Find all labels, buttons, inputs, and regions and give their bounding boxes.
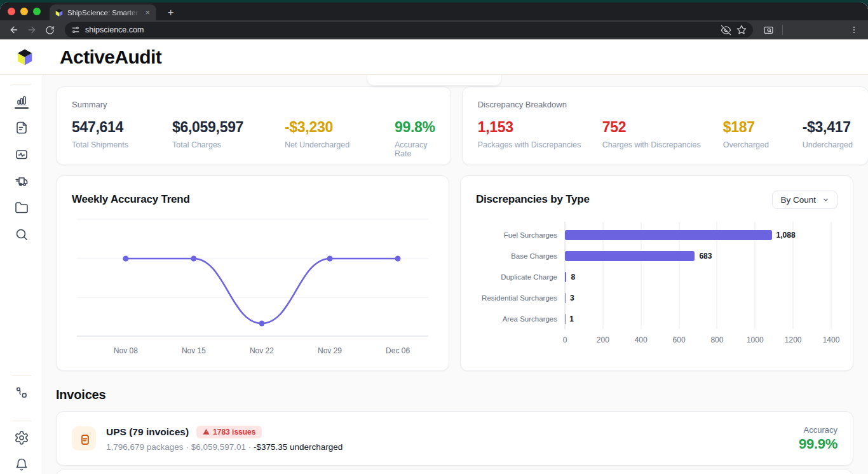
summary-title: Summary [72, 100, 435, 109]
bar-xticks: 0200400600800100012001400 [565, 329, 831, 347]
warning-triangle-icon [203, 428, 210, 435]
close-window-button[interactable] [8, 8, 15, 15]
sidebar [0, 75, 43, 474]
carrier-name: UPS (79 invoices) [106, 426, 189, 438]
line-x-label: Nov 29 [318, 346, 342, 355]
browser-tab[interactable]: ShipScience: Smarter Shippin × [50, 4, 156, 20]
new-tab-button[interactable]: + [164, 4, 177, 20]
discrepancy-bar-chart: Fuel Surcharges1,088Base Charges683Dupli… [476, 224, 837, 347]
app-header: ActiveAudit [0, 39, 868, 75]
line-x-label: Nov 15 [182, 346, 206, 355]
next-invoice-card-edge [56, 470, 853, 474]
page-title: ActiveAudit [60, 46, 161, 68]
accuracy-line-points [123, 255, 400, 326]
reload-icon[interactable] [42, 22, 57, 37]
tab-title: ShipScience: Smarter Shippin [67, 9, 140, 17]
sidebar-item-analytics[interactable] [14, 93, 29, 109]
issues-badge: 1783 issues [196, 426, 262, 438]
toolbar-divider [782, 25, 783, 35]
gear-icon [14, 430, 29, 445]
metric-undercharged: -$3,417 Undercharged [803, 119, 853, 149]
summary-card: Summary 547,614 Total Shipments $6,059,5… [56, 86, 451, 165]
back-icon[interactable] [6, 22, 22, 37]
sidebar-item-notifications[interactable] [14, 457, 29, 472]
chevron-down-icon [822, 196, 829, 203]
zoom-window-button[interactable] [33, 8, 41, 15]
accuracy-line-chart: Nov 08Nov 15Nov 22Nov 29Dec 06 [72, 214, 433, 359]
sidebar-item-monitoring[interactable] [14, 147, 29, 162]
metric-total-charges: $6,059,597 Total Charges [172, 119, 285, 158]
activeaudit-app: ActiveAudit [0, 39, 868, 474]
bar-row: Area Surcharges1 [476, 308, 837, 329]
tab-favicon-cube-icon [55, 8, 64, 17]
bar [565, 293, 566, 303]
sidebar-divider [12, 421, 31, 421]
browser-toolbar: shipscience.com [0, 20, 868, 39]
search-icon [14, 227, 29, 242]
minimize-window-button[interactable] [20, 8, 28, 15]
discrepancies-by-type-card: Discrepancies by Type By Count Fuel Surc… [460, 175, 853, 371]
url-bar[interactable]: shipscience.com [65, 22, 753, 37]
side-panel-search-icon[interactable] [761, 22, 776, 37]
discrepancy-title: Discrepancy Breakdown [478, 100, 853, 109]
sidebar-item-settings[interactable] [14, 430, 29, 445]
bar-x-tick: 600 [673, 335, 686, 344]
tune-icon[interactable] [71, 25, 80, 34]
active-indicator [15, 107, 29, 109]
bar-x-tick: 0 [563, 335, 567, 344]
eye-off-icon[interactable] [721, 25, 731, 36]
metric-net-undercharged: -$3,230 Net Undercharged [285, 119, 395, 158]
tab-strip: ShipScience: Smarter Shippin × + [0, 3, 868, 20]
line-x-label: Dec 06 [386, 346, 410, 355]
bar-row: Duplicate Charge8 [476, 266, 837, 287]
metric-charges-discrepancies: 752 Charges with Discrepancies [602, 119, 723, 149]
forward-icon[interactable] [24, 22, 39, 37]
activity-monitor-icon [14, 147, 29, 162]
window-controls [8, 3, 41, 20]
browser-window: ShipScience: Smarter Shippin × + shipsci… [0, 3, 868, 474]
bar-row: Fuel Surcharges1,088 [476, 224, 837, 245]
line-x-labels: Nov 08Nov 15Nov 22Nov 29Dec 06 [72, 346, 433, 359]
star-icon[interactable] [736, 25, 747, 35]
invoices-section-title: Invoices [56, 388, 853, 402]
metric-accuracy-rate: 99.8% Accuracy Rate [395, 119, 435, 158]
sidebar-item-routes[interactable] [14, 385, 29, 400]
bar-row: Residential Surcharges3 [476, 287, 837, 308]
bell-icon [14, 457, 29, 472]
invoice-stats: 1,796,679 packages · $6,059,597.01 · -$3… [106, 442, 799, 452]
bar-x-axis: 0200400600800100012001400 [476, 329, 837, 347]
bar-x-tick: 1200 [785, 335, 802, 344]
metric-total-shipments: 547,614 Total Shipments [72, 119, 172, 158]
tab-close-icon[interactable]: × [144, 8, 151, 17]
weekly-accuracy-trend-card: Weekly Accuracy Trend Nov 08 [56, 175, 449, 371]
discrepancy-breakdown-card: Discrepancy Breakdown 1,153 Packages wit… [462, 86, 868, 165]
sidebar-item-shipments[interactable] [14, 173, 29, 189]
invoice-document-icon [14, 120, 29, 135]
bar-x-tick: 400 [635, 335, 648, 344]
invoice-row-ups[interactable]: UPS (79 invoices) 1783 issues 1,796,679 … [56, 411, 853, 466]
bar [565, 272, 566, 282]
url-text[interactable]: shipscience.com [85, 25, 144, 34]
bar-x-tick: 800 [710, 335, 723, 344]
sidebar-item-invoices[interactable] [14, 120, 29, 135]
dashboard-content: Summary 547,614 Total Shipments $6,059,5… [43, 75, 868, 474]
header-notch [367, 75, 502, 86]
metric-packages-discrepancies: 1,153 Packages with Discrepancies [478, 119, 602, 149]
bar-x-tick: 200 [597, 335, 609, 344]
metric-overcharged: $187 Overcharged [723, 119, 803, 149]
menu-dots-icon[interactable] [846, 22, 862, 37]
line-x-label: Nov 08 [114, 346, 138, 355]
invoice-accuracy: Accuracy 99.9% [799, 425, 837, 452]
accuracy-line-path [126, 259, 398, 323]
bar-x-tick: 1400 [823, 335, 840, 344]
line-x-label: Nov 22 [250, 346, 274, 355]
truck-icon [14, 173, 29, 189]
sidebar-item-search[interactable] [14, 227, 29, 242]
bar [565, 230, 772, 240]
sidebar-item-files[interactable] [14, 200, 29, 215]
sidebar-divider [12, 376, 31, 376]
bar-chart-icon [14, 93, 29, 105]
by-count-select[interactable]: By Count [772, 191, 837, 209]
folder-icon [14, 200, 29, 215]
sidebar-divider [12, 84, 31, 85]
